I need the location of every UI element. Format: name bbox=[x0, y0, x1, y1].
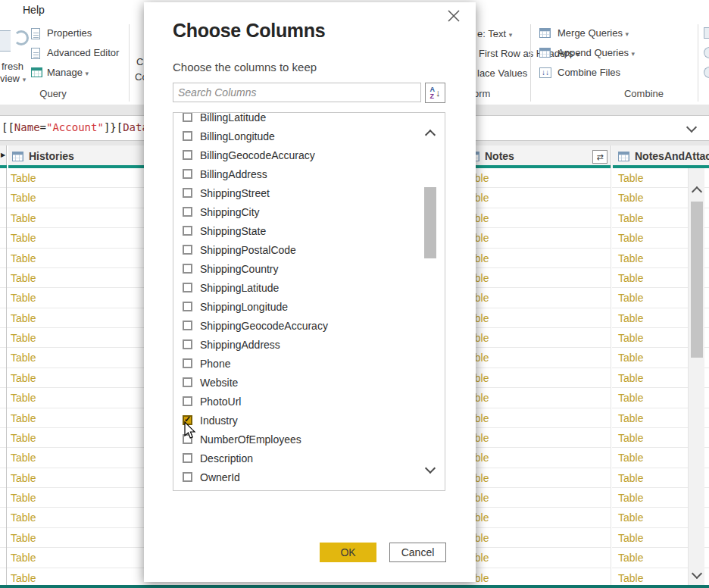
checkbox[interactable] bbox=[183, 472, 192, 482]
checkbox[interactable] bbox=[183, 377, 192, 387]
table-cell-link[interactable]: Table bbox=[454, 528, 611, 548]
table-cell-clipped[interactable] bbox=[0, 288, 6, 308]
column-checkbox-item[interactable]: Website bbox=[173, 373, 420, 392]
column-checkbox-item[interactable]: Description bbox=[173, 449, 420, 468]
combine-files-button[interactable]: Combine Files bbox=[558, 67, 620, 78]
scroll-down-icon[interactable] bbox=[692, 568, 702, 579]
checkbox[interactable] bbox=[183, 358, 192, 368]
checkbox[interactable] bbox=[183, 283, 192, 292]
column-checkbox-item[interactable]: NumberOfEmployees bbox=[173, 430, 420, 449]
table-cell-link[interactable]: Table bbox=[454, 508, 611, 527]
column-checkbox-item[interactable]: ShippingAddress bbox=[173, 335, 420, 354]
table-cell-clipped[interactable] bbox=[0, 548, 6, 568]
checkbox[interactable] bbox=[183, 302, 192, 311]
sort-az-button[interactable]: A Z ↓ bbox=[425, 83, 445, 103]
table-cell-clipped[interactable] bbox=[0, 328, 6, 348]
checkbox[interactable] bbox=[183, 264, 192, 274]
refresh-preview-button-line2[interactable]: view ▾ bbox=[0, 73, 26, 84]
checkbox[interactable] bbox=[183, 453, 192, 463]
data-type-button[interactable]: e: Text ▾ bbox=[477, 28, 512, 39]
table-cell-link[interactable]: Table bbox=[454, 288, 611, 308]
checkbox[interactable] bbox=[183, 245, 192, 255]
checkbox[interactable] bbox=[183, 321, 192, 330]
checkbox[interactable] bbox=[183, 188, 192, 198]
merge-queries-button[interactable]: Merge Queries ▾ bbox=[558, 27, 629, 39]
list-scroll-up-icon[interactable] bbox=[425, 130, 436, 140]
column-checkbox-item[interactable]: BillingGeocodeAccuracy bbox=[173, 145, 420, 164]
table-cell-link[interactable]: Table bbox=[454, 348, 611, 368]
list-scrollbar-thumb[interactable] bbox=[424, 187, 436, 258]
column-checkbox-item[interactable]: ShippingState bbox=[173, 221, 420, 240]
table-cell-link[interactable]: Table bbox=[454, 308, 611, 328]
table-cell-clipped[interactable] bbox=[0, 249, 6, 268]
column-checkbox-item[interactable]: ShippingLatitude bbox=[173, 278, 420, 297]
table-cell-clipped[interactable] bbox=[0, 268, 6, 288]
column-checkbox-item[interactable]: ShippingCity bbox=[173, 202, 420, 221]
table-cell-clipped[interactable] bbox=[0, 468, 6, 488]
table-cell-link[interactable]: Table bbox=[454, 368, 611, 388]
checkbox[interactable] bbox=[183, 112, 192, 122]
table-cell-link[interactable]: Table bbox=[454, 448, 611, 468]
table-cell-clipped[interactable] bbox=[0, 308, 6, 328]
refresh-preview-button[interactable]: fresh bbox=[2, 61, 23, 72]
table-cell-link[interactable]: Table bbox=[454, 188, 611, 208]
close-icon[interactable] bbox=[445, 7, 463, 25]
checkbox[interactable] bbox=[183, 131, 192, 141]
scrollbar-thumb[interactable] bbox=[691, 202, 703, 358]
column-checkbox-item[interactable]: BillingAddress bbox=[173, 164, 420, 183]
scroll-up-icon[interactable] bbox=[692, 186, 702, 197]
table-cell-clipped[interactable] bbox=[0, 188, 6, 208]
column-checkbox-item[interactable]: ✓Industry bbox=[173, 411, 420, 430]
table-cell-link[interactable]: Table bbox=[454, 228, 611, 248]
column-checkbox-item[interactable]: OwnerId bbox=[173, 468, 420, 486]
column-checkbox-item[interactable]: Phone bbox=[173, 354, 420, 373]
table-cell-clipped[interactable] bbox=[0, 408, 6, 428]
table-cell-clipped[interactable] bbox=[0, 388, 6, 408]
table-cell-link[interactable]: Table bbox=[454, 468, 611, 488]
column-checkbox-item[interactable]: ShippingLongitude bbox=[173, 297, 420, 316]
table-cell-clipped[interactable] bbox=[0, 528, 6, 548]
column-checkbox-item[interactable]: PhotoUrl bbox=[173, 392, 420, 411]
checkbox[interactable] bbox=[183, 339, 192, 349]
checkbox[interactable] bbox=[183, 207, 192, 217]
table-cell-link[interactable]: Table bbox=[454, 428, 611, 448]
ok-button[interactable]: OK bbox=[320, 543, 376, 562]
advanced-editor-button[interactable]: Advanced Editor bbox=[47, 47, 119, 58]
table-cell-link[interactable]: Table bbox=[454, 168, 611, 188]
checkbox[interactable] bbox=[183, 226, 192, 236]
search-columns-input[interactable] bbox=[173, 83, 421, 102]
table-cell-clipped[interactable] bbox=[0, 428, 6, 448]
table-cell-link[interactable]: Table bbox=[454, 548, 611, 568]
column-checkbox-item[interactable]: ShippingGeocodeAccuracy bbox=[173, 316, 420, 335]
checkbox[interactable] bbox=[183, 169, 192, 179]
grid-vertical-scrollbar[interactable] bbox=[688, 168, 704, 588]
list-scroll-down-icon[interactable] bbox=[425, 463, 436, 474]
column-checkbox-item[interactable]: ShippingCountry bbox=[173, 259, 420, 278]
checkbox[interactable] bbox=[183, 150, 192, 160]
tab-help[interactable]: Help bbox=[23, 4, 45, 16]
append-queries-button[interactable]: Append Queries ▾ bbox=[558, 47, 635, 58]
checkbox[interactable] bbox=[183, 396, 192, 406]
replace-values-button[interactable]: lace Values bbox=[477, 67, 527, 79]
column-checkbox-item[interactable]: ShippingStreet bbox=[173, 183, 420, 202]
formula-expand-chevron-icon[interactable] bbox=[686, 122, 697, 133]
column-checkbox-item[interactable]: ShippingPostalCode bbox=[173, 240, 420, 259]
table-cell-link[interactable]: Table bbox=[454, 408, 611, 428]
table-cell-clipped[interactable] bbox=[0, 208, 6, 228]
table-cell-clipped[interactable] bbox=[0, 448, 6, 468]
cancel-button[interactable]: Cancel bbox=[389, 543, 446, 562]
table-cell-link[interactable]: Table bbox=[454, 388, 611, 408]
table-cell-clipped[interactable] bbox=[0, 368, 6, 388]
column-checkbox-item[interactable]: BillingLongitude bbox=[173, 127, 420, 145]
column-checkbox-item[interactable] bbox=[173, 486, 420, 491]
table-cell-clipped[interactable] bbox=[0, 228, 6, 248]
table-cell-link[interactable]: Table bbox=[454, 208, 611, 228]
table-cell-clipped[interactable] bbox=[0, 168, 6, 188]
column-checkbox-item[interactable]: BillingLatitude bbox=[173, 112, 420, 127]
table-cell-link[interactable]: Table bbox=[454, 488, 611, 508]
manage-button[interactable]: Manage ▾ bbox=[47, 67, 89, 78]
table-cell-clipped[interactable] bbox=[0, 508, 6, 527]
table-cell-link[interactable]: Table bbox=[454, 328, 611, 348]
table-cell-link[interactable]: Table bbox=[454, 268, 611, 288]
table-cell-clipped[interactable] bbox=[0, 348, 6, 368]
